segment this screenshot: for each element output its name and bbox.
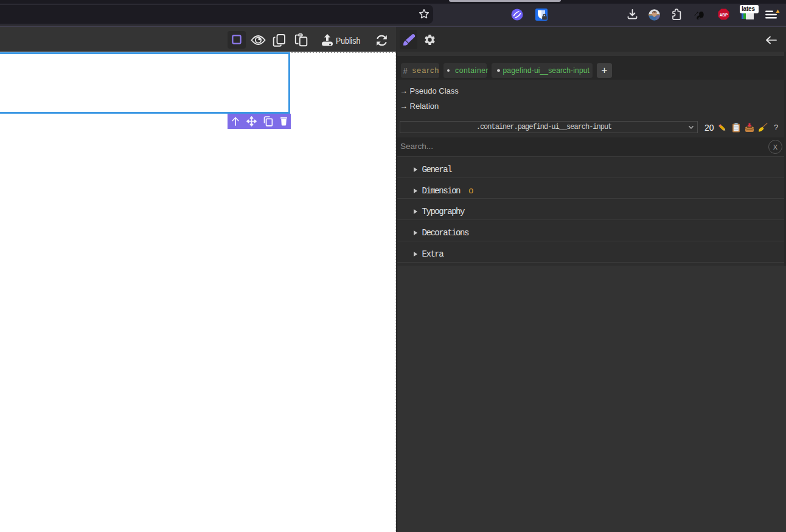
svg-text:ABP: ABP <box>720 13 728 17</box>
